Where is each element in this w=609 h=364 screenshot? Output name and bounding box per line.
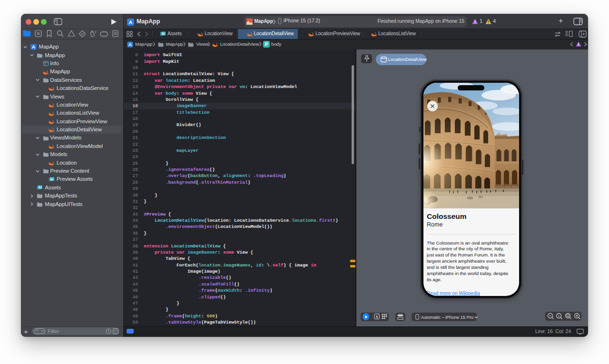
- svg-text:P: P: [265, 42, 268, 47]
- svg-text:1: 1: [558, 314, 560, 317]
